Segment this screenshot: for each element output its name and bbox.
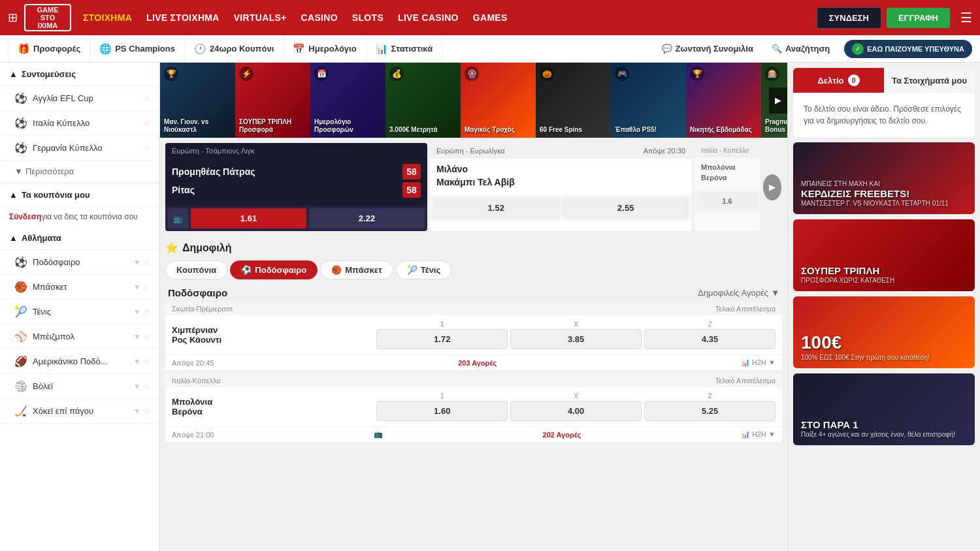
promo-card-3[interactable]: 📅 Ημερολόγιο Προσφορών [310, 63, 385, 138]
logo[interactable]: GAMESTOIXIMA [24, 4, 71, 31]
match-2-odds-x: X 4.00 [510, 392, 642, 421]
live-match-2-league: Ευρώπη - Ευρωλίγκα [436, 147, 505, 155]
live-match-1-odds1[interactable]: 1.61 [191, 208, 306, 228]
odds-label-2-1: 1 [440, 392, 444, 400]
nav-offers[interactable]: 🎁 Προσφορές [8, 35, 90, 62]
promo-banner-4-title: ΣΤΟ ΠΑΡΑ 1 [801, 419, 955, 431]
sidebar-tennis[interactable]: 🎾 Τένις ▼ ☆ [0, 300, 159, 324]
sidebar-american-football[interactable]: 🏈 Αμερικάνικο Ποδό... ▼ ☆ [0, 349, 159, 374]
tab-tennis[interactable]: 🎾 Τένις [396, 260, 451, 279]
sidebar-football[interactable]: ⚽ Ποδόσφαιρο ▼ ☆ [0, 250, 159, 275]
nav-search[interactable]: 🔍 Αναζήτηση [762, 44, 839, 54]
promo-banner-3[interactable]: 100€ 100% ΕΩΣ 100€ Στην πρώτη σου κατάθε… [793, 296, 975, 368]
popular-title: Δημοφιλή [182, 242, 231, 254]
nav-chat-label: Ζωντανή Συνομιλία [676, 44, 753, 54]
my-bets-tab[interactable]: Τα Στοιχήματά μου [884, 68, 975, 93]
carousel-next-arrow[interactable]: ▶ [769, 87, 787, 114]
popular-markets-dropdown[interactable]: Δημοφιλείς Αγορές ▼ [698, 288, 779, 298]
tv-icon-1[interactable]: 📺 [168, 208, 188, 228]
promo-banner-2[interactable]: ΣΟΥΠΕΡ ΤΡΙΠΛΗ ΠΡΟΣΦΟΡΑ ΧΩΡΙΣ ΚΑΤΑΘΕΣΗ [793, 219, 975, 291]
nav-stoixima[interactable]: ΣΤΟΙΧΗΜΑ [83, 12, 132, 23]
live-match-3-odds1[interactable]: 1.6 [697, 192, 757, 210]
sports-header[interactable]: ▲ Αθλήματα [0, 227, 159, 250]
nav-live-stoixima[interactable]: LIVE ΣΤΟΙΧΗΜΑ [146, 12, 220, 23]
promo-card-7[interactable]: 🎮 Έπαθλο PS5! [611, 63, 686, 138]
nav-statistics[interactable]: 📊 Στατιστικά [367, 35, 443, 62]
nav-calendar-label: Ημερολόγιο [308, 44, 356, 54]
promo-banner-1-text: ΜΠΑΙΝΕΙΣ ΣΤΗ ΜΑΧΗ ΚΑΙ ΚΕΡΔΙΖΕΙΣ FREEBETS… [801, 180, 949, 208]
live-match-3: Ιταλία - Κύπελλο Μπολόνια Βερόνα 1.6 [694, 143, 760, 231]
sidebar-item-england-efl[interactable]: ⚽ Αγγλία EFL Cup ☆ [0, 86, 159, 111]
live-match-1-odds2[interactable]: 2.22 [309, 208, 425, 228]
tab-basketball-label: Μπάσκετ [345, 265, 382, 275]
sidebar-basketball[interactable]: 🏀 Μπάσκετ ▼ ☆ [0, 275, 159, 300]
live-match-2-odds1[interactable]: 1.52 [433, 198, 560, 218]
odds-btn-2-2[interactable]: 5.25 [644, 401, 776, 421]
sidebar-am-football-label: Αμερικάνικο Ποδό... [33, 356, 108, 366]
promo-card-1[interactable]: 🏆 Μαν. Γιουν. vs Νιούκαστλ [160, 63, 235, 138]
nav-virtuals[interactable]: VIRTUALS+ [234, 12, 287, 23]
live-match-3-team1: Μπολόνια [701, 163, 753, 171]
my-bets-label: Τα Στοιχήματά μου [892, 76, 967, 86]
nav-live-casino[interactable]: LIVE CASINO [398, 12, 459, 23]
odds-btn-2-x[interactable]: 4.00 [510, 401, 642, 421]
betslip-tab-active[interactable]: Δελτίο 0 [793, 68, 884, 93]
tab-basketball[interactable]: 🏀 Μπάσκετ [320, 260, 393, 279]
match-2-body: Μπολόνια Βερόνα 1 1.60 X 4.00 2 [165, 387, 782, 426]
sidebar-item-italy-cup[interactable]: ⚽ Ιταλία Κύπελλο ☆ [0, 111, 159, 136]
hamburger-icon[interactable]: ☰ [960, 10, 972, 25]
promo-icon-1: 🏆 [164, 67, 178, 81]
h2h-1[interactable]: 📊 Η2Η ▼ [741, 358, 776, 367]
eao-label: ΕΑΩ ΠΑΙΖΟΥΜΕ ΥΠΕΥΘΥΝΑ [867, 45, 964, 53]
promo-card-8[interactable]: 🏆 Νικητής Εβδομάδας [686, 63, 761, 138]
grid-icon[interactable]: ⊞ [8, 10, 18, 25]
sidebar-item-germany-cup[interactable]: ⚽ Γερμανία Κύπελλο ☆ [0, 136, 159, 161]
nav-live-chat[interactable]: 💬 Ζωντανή Συνομιλία [653, 44, 762, 54]
match-row-2: Ιταλία-Κύπελλο Τελικό Αποτέλεσμα Μπολόνι… [165, 374, 782, 442]
odds-btn-1-1[interactable]: 1.72 [376, 329, 508, 349]
eao-button[interactable]: ✓ ΕΑΩ ΠΑΙΖΟΥΜΕ ΥΠΕΥΘΥΝΑ [844, 40, 972, 58]
promo-card-4[interactable]: 💰 3.000€ Μετρητά [385, 63, 461, 138]
match-1-markets-link[interactable]: 203 Αγορές [458, 359, 497, 367]
promo-banner-1[interactable]: ΜΠΑΙΝΕΙΣ ΣΤΗ ΜΑΧΗ ΚΑΙ ΚΕΡΔΙΖΕΙΣ FREEBETS… [793, 142, 975, 214]
star-icon-6: ▼ ☆ [133, 307, 150, 317]
coupons-header[interactable]: ▲ Τα κουπόνια μου [0, 183, 159, 207]
sidebar-hockey[interactable]: 🏒 Χόκεϊ επί πάγου ▼ ☆ [0, 399, 159, 424]
match-1-body: Χιμπέρνιαν Ρος Κάουντι 1 1.72 X 3.85 [165, 315, 782, 354]
tab-football[interactable]: ⚽ Ποδόσφαιρο [230, 260, 318, 279]
promo-banner-4[interactable]: ΣΤΟ ΠΑΡΑ 1 Παίξε 4+ αγώνες και αν χάσεις… [793, 373, 975, 445]
nav-24h-coupon[interactable]: 🕐 24ωρο Κουπόνι [185, 35, 284, 62]
volleyball-icon: 🏐 [14, 380, 27, 392]
odds-btn-1-2[interactable]: 4.35 [644, 329, 776, 349]
live-match-2-odds2[interactable]: 2.55 [563, 198, 690, 218]
tab-coupons[interactable]: Κουπόνια [165, 260, 227, 279]
sidebar-login-link[interactable]: Σύνδεση [9, 212, 41, 221]
register-button[interactable]: ΕΓΓΡΑΦΗ [887, 8, 950, 28]
betslip-count-badge: 0 [848, 74, 860, 86]
nav-calendar[interactable]: 📅 Ημερολόγιο [284, 35, 366, 62]
odds-btn-1-x[interactable]: 3.85 [510, 329, 642, 349]
sidebar-volleyball[interactable]: 🏐 Βόλεϊ ▼ ☆ [0, 374, 159, 399]
promo-card-2[interactable]: ⚡ ΣΟΥΠΕΡ ΤΡΙΠΛΗ Προσφορά [235, 63, 310, 138]
odds-btn-2-1[interactable]: 1.60 [376, 401, 508, 421]
promo-card-5[interactable]: 🎡 Μαγικός Τροχός [461, 63, 536, 138]
shortcuts-header[interactable]: ▲ Συντομεύσεις [0, 63, 159, 86]
live-match-1-team2: Ρίτας 58 [172, 182, 421, 198]
signin-button[interactable]: ΣΥΝΔΕΣΗ [817, 7, 881, 29]
live-match-1-league: Ευρώπη - Τσάμπιονς Λιγκ [172, 147, 255, 155]
tv-icon-match2: 📺 [374, 430, 383, 439]
nav-slots[interactable]: SLOTS [352, 12, 384, 23]
sidebar-baseball[interactable]: ⚾ Μπέιζμπολ ▼ ☆ [0, 324, 159, 349]
match-1-odds-2: 2 4.35 [644, 321, 776, 349]
sidebar-more[interactable]: ▼ Περισσότερα [0, 161, 159, 182]
promo-card-6[interactable]: 🎃 60 Free Spins [536, 63, 611, 138]
basketball-tab-icon: 🏀 [331, 265, 342, 275]
star-icon-4: ▼ ☆ [133, 258, 150, 267]
nav-casino[interactable]: CASINO [301, 12, 338, 23]
nav-games[interactable]: GAMES [473, 12, 508, 23]
clock-icon: 🕐 [194, 43, 206, 55]
nav-ps-champions[interactable]: 🌐 PS Champions [90, 35, 185, 62]
h2h-2[interactable]: 📊 Η2Η ▼ [741, 430, 776, 439]
matches-carousel-arrow[interactable]: ▶ [762, 143, 782, 231]
match-2-markets-link[interactable]: 202 Αγορές [543, 431, 581, 439]
